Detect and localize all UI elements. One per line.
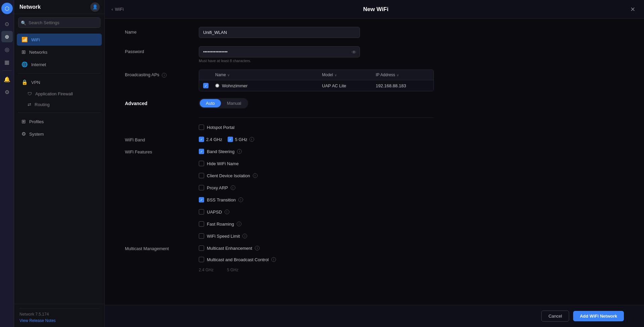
client-isolation-control: Client Device Isolation i xyxy=(199,171,434,180)
band-24-column-header: 2.4 GHz xyxy=(199,268,214,272)
sidebar-item-system[interactable]: ⚙ System xyxy=(17,128,102,140)
broadcasting-aps-info-icon[interactable]: i xyxy=(162,73,167,78)
hide-wifi-control: Hide WiFi Name xyxy=(199,159,434,168)
proxy-arp-info-icon[interactable]: i xyxy=(231,185,235,190)
band-steering-checkbox[interactable]: ✓ xyxy=(199,149,204,154)
user-avatar[interactable]: 👤 xyxy=(90,2,100,12)
hide-wifi-label: Hide WiFi Name xyxy=(207,161,239,166)
sidebar-item-profiles-label: Profiles xyxy=(29,119,44,124)
client-isolation-info-icon[interactable]: i xyxy=(253,173,258,178)
sidebar-item-application-firewall[interactable]: 🛡 Application Firewall xyxy=(17,89,102,99)
system-icon: ⚙ xyxy=(21,131,26,137)
sidebar-item-routing[interactable]: ⇄ Routing xyxy=(17,99,102,110)
ap-row-check[interactable]: ✓ xyxy=(203,83,215,88)
close-button[interactable]: ✕ xyxy=(628,5,637,14)
rail-icon-network[interactable]: ⊕ xyxy=(1,31,13,42)
sidebar-version: Network 7.5.174 xyxy=(19,312,99,317)
release-notes-link[interactable]: View Release Notes xyxy=(19,318,56,323)
band-24-checkbox[interactable]: ✓ xyxy=(199,137,204,142)
client-isolation-checkbox[interactable] xyxy=(199,173,204,178)
multicast-enhancement-checkbox[interactable] xyxy=(199,245,204,251)
sidebar-item-system-label: System xyxy=(29,132,44,137)
band-5-label: 5 GHz xyxy=(235,137,247,142)
password-toggle-icon[interactable]: 👁 xyxy=(352,49,357,55)
ap-name-value: Wohnzimmer xyxy=(222,83,247,88)
add-wifi-network-button[interactable]: Add WiFi Network xyxy=(573,311,624,321)
app-logo[interactable]: ⬡ xyxy=(1,3,13,14)
band-steering-info-icon[interactable]: i xyxy=(237,149,242,154)
icon-rail: ⬡ ⊙ ⊕ ◎ ▦ 🔔 ⚙ xyxy=(0,0,14,327)
toggle-manual-button[interactable]: Manual xyxy=(221,99,247,107)
sidebar-item-profiles[interactable]: ⊞ Profiles xyxy=(17,115,102,128)
uapsd-checkbox[interactable] xyxy=(199,209,204,215)
firewall-icon: 🛡 xyxy=(28,91,32,96)
sidebar-item-vpn[interactable]: 🔒 VPN xyxy=(17,76,102,88)
wifi-speed-limit-info-icon[interactable]: i xyxy=(242,234,247,238)
search-input[interactable] xyxy=(18,17,100,28)
sidebar-item-networks[interactable]: ⊞ Networks xyxy=(17,46,102,58)
broadcasting-aps-row: Broadcasting APs i Name ∨ Model ∨ xyxy=(125,69,624,91)
main-content: ‹ WiFi New WiFi ✕ Name Password 👁 Must h… xyxy=(105,0,644,327)
fast-roaming-checkbox[interactable] xyxy=(199,221,204,227)
back-arrow-icon: ‹ xyxy=(111,7,113,12)
multicast-enhancement-option: Multicast Enhancement i xyxy=(199,243,434,253)
advanced-row: Advanced Auto Manual xyxy=(125,98,624,111)
wifi-speed-limit-option: WiFi Speed Limit i xyxy=(199,231,434,241)
sidebar-item-vpn-label: VPN xyxy=(31,80,40,85)
rail-icon-clients[interactable]: ◎ xyxy=(1,44,13,55)
bss-transition-row: ✓ BSS Transition i xyxy=(125,195,624,204)
fast-roaming-row: Fast Roaming i xyxy=(125,219,624,229)
hide-wifi-checkbox[interactable] xyxy=(199,161,204,166)
bss-transition-info-icon[interactable]: i xyxy=(238,197,243,202)
cancel-button[interactable]: Cancel xyxy=(541,311,569,322)
ap-checkbox-checked[interactable]: ✓ xyxy=(203,83,209,88)
toggle-auto-button[interactable]: Auto xyxy=(200,99,221,107)
panel-title: New WiFi xyxy=(124,6,628,13)
sidebar-header-bar: Network 👤 xyxy=(14,0,104,14)
name-control xyxy=(199,27,434,38)
rail-icon-dashboard[interactable]: ⊙ xyxy=(1,18,13,30)
multicast-broadcast-info-icon[interactable]: i xyxy=(271,257,276,262)
wifi-band-options: ✓ 2.4 GHz ✓ 5 GHz i xyxy=(199,135,434,144)
nav-divider-2 xyxy=(18,112,100,113)
band-steering-option: ✓ Band Steering i xyxy=(199,147,434,156)
profiles-icon: ⊞ xyxy=(21,119,26,125)
routing-icon: ⇄ xyxy=(28,102,31,107)
rail-icon-stats[interactable]: ▦ xyxy=(1,56,13,68)
rail-icon-notifications[interactable]: 🔔 xyxy=(1,74,13,85)
uapsd-info-icon[interactable]: i xyxy=(225,209,229,214)
wifi-band-label: WiFi Band xyxy=(125,135,199,142)
proxy-arp-checkbox[interactable] xyxy=(199,185,204,190)
wifi-speed-limit-checkbox[interactable] xyxy=(199,233,204,239)
hotspot-portal-control: Hotspot Portal xyxy=(199,123,434,132)
band-5-column-header: 5 GHz xyxy=(227,268,238,272)
name-input[interactable] xyxy=(199,27,360,38)
multicast-broadcast-checkbox[interactable] xyxy=(199,257,204,262)
fast-roaming-info-icon[interactable]: i xyxy=(237,222,241,226)
ap-col-model-header[interactable]: Model ∨ xyxy=(322,73,376,77)
app-title: Network xyxy=(19,4,41,10)
bss-transition-checkbox[interactable]: ✓ xyxy=(199,197,204,202)
password-input[interactable] xyxy=(199,46,360,57)
sidebar-item-wifi[interactable]: 📶 WiFi xyxy=(17,34,102,46)
sidebar-footer: Network 7.5.174 View Release Notes xyxy=(14,304,104,327)
sidebar-item-internet[interactable]: 🌐 Internet xyxy=(17,58,102,71)
advanced-divider xyxy=(199,118,434,118)
hotspot-portal-spacer xyxy=(125,123,199,125)
hotspot-portal-checkbox[interactable] xyxy=(199,125,204,130)
band-5-info-icon[interactable]: i xyxy=(249,137,254,142)
uapsd-label: UAPSD xyxy=(207,209,222,215)
wifi-features-row: WiFi Features ✓ Band Steering i xyxy=(125,147,624,156)
rail-icon-settings[interactable]: ⚙ xyxy=(1,86,13,98)
ap-col-ip-header[interactable]: IP Address ∨ xyxy=(376,73,429,77)
back-button[interactable]: ‹ WiFi xyxy=(111,7,124,12)
band-5-checkbox[interactable]: ✓ xyxy=(228,137,233,142)
uapsd-control: UAPSD i xyxy=(199,207,434,217)
sidebar: Network 👤 🔍 📶 WiFi ⊞ Networks 🌐 Internet… xyxy=(14,0,105,327)
ap-col-name-header[interactable]: Name ∨ xyxy=(215,73,322,77)
sidebar-item-firewall-label: Application Firewall xyxy=(35,91,73,96)
fast-roaming-spacer xyxy=(125,219,199,222)
multicast-enhancement-info-icon[interactable]: i xyxy=(255,246,260,250)
proxy-arp-control: Proxy ARP i xyxy=(199,183,434,192)
fast-roaming-option: Fast Roaming i xyxy=(199,219,434,229)
